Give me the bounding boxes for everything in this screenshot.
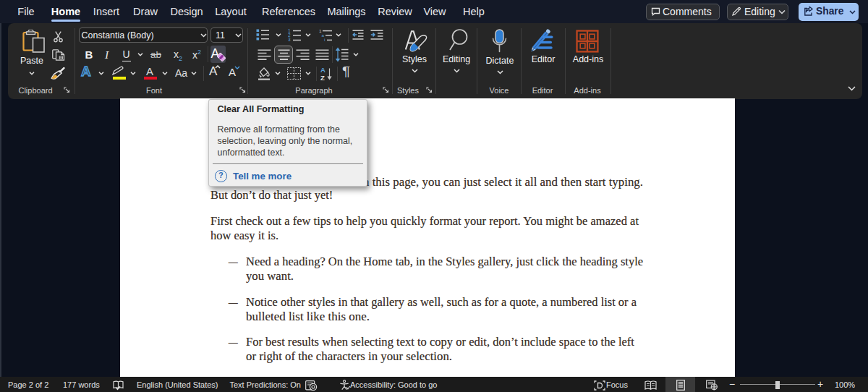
svg-text:Z: Z	[320, 74, 325, 81]
svg-text:A: A	[320, 67, 326, 74]
svg-text:3: 3	[288, 37, 291, 42]
svg-text:i: i	[324, 37, 325, 42]
